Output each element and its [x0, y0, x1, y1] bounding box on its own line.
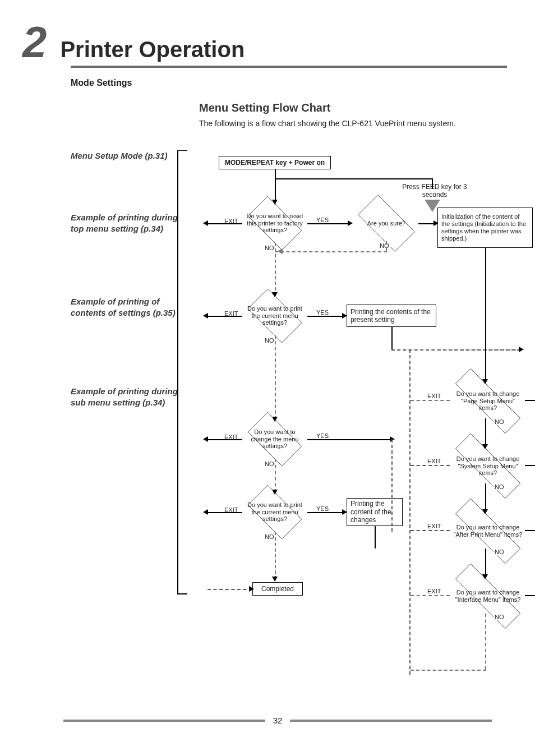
accent-line [71, 66, 507, 68]
node-init: Initialization of the content of the set… [437, 208, 533, 248]
decision-s2-text: Do you want to change "System Setup Menu… [453, 455, 523, 477]
decision-print-again: Do you want to print the current menu se… [241, 492, 308, 532]
decision-sure-text: Are you sure? [367, 220, 405, 227]
footer-line [290, 720, 492, 722]
label-no-s2: NO [494, 483, 505, 490]
decision-page-setup: Do you want to change "Page Setup Menu" … [449, 381, 527, 421]
node-print-changes: Printing the content of the changes [347, 498, 403, 526]
label-yes-4: YES [315, 505, 330, 512]
decision-print2-text: Do you want to print the current menu se… [246, 501, 304, 523]
section-title: Menu Setting Flow Chart [199, 102, 507, 114]
label-exit-s4: EXIT [426, 588, 442, 594]
chapter-number: 2 [22, 22, 47, 62]
label-exit-s1: EXIT [426, 393, 442, 399]
page-footer: 32 [0, 716, 535, 725]
side-note-sub-menu: Example of printing during sub menu sett… [71, 386, 180, 408]
label-no-5: NO [264, 533, 275, 540]
label-yes: YES [315, 216, 330, 223]
label-exit-s3: EXIT [426, 523, 442, 529]
decision-s4-text: Do you want to change "Interface Menu" i… [453, 589, 523, 603]
node-print-contents: Printing the contents of the present set… [347, 305, 436, 327]
node-completed: Completed [252, 582, 303, 596]
decision-sure: Are you sure? [350, 204, 423, 243]
decision-s3-text: Do you want to change "After Print Menu"… [453, 524, 523, 538]
flowchart: MODE/REPEAT key + Power on Press FEED ke… [191, 139, 535, 689]
decision-print-text: Do you want to print the current menu se… [246, 305, 304, 326]
decision-reset-text: Do you want to reset this printer to fac… [246, 213, 304, 234]
label-no-3: NO [264, 337, 275, 344]
decision-s1-text: Do you want to change "Page Setup Menu" … [453, 390, 523, 412]
label-no: NO [264, 245, 275, 251]
footer-line [63, 720, 265, 722]
bracket-line [177, 150, 178, 593]
subtitle: Mode Settings [71, 78, 507, 88]
label-no-4: NO [264, 460, 275, 467]
decision-change-text: Do you want to change the menu settings? [246, 428, 304, 450]
side-note-top-menu: Example of printing during top menu sett… [71, 212, 180, 234]
label-yes-3: YES [315, 432, 330, 439]
label-no-s4: NO [494, 614, 505, 620]
feed-note: Press FEED key for 3 seconds [398, 183, 471, 199]
side-note-menu-setup: Menu Setup Mode (p.31) [71, 150, 180, 162]
page-number: 32 [273, 716, 283, 725]
node-start: MODE/REPEAT key + Power on [219, 156, 331, 169]
decision-reset: Do you want to reset this printer to fac… [241, 204, 308, 243]
decision-after-print: Do you want to change "After Print Menu"… [449, 511, 527, 551]
label-no-2: NO [379, 242, 390, 249]
bracket-bottom [177, 593, 187, 594]
decision-print-current: Do you want to print the current menu se… [241, 296, 308, 335]
label-exit-s2: EXIT [426, 458, 442, 464]
chapter-title: Printer Operation [60, 37, 245, 62]
section-desc: The following is a flow chart showing th… [199, 119, 507, 128]
decision-system-setup: Do you want to change "System Setup Menu… [449, 446, 527, 486]
label-no-s3: NO [494, 548, 505, 555]
bracket [177, 150, 187, 160]
label-yes-2: YES [315, 309, 330, 316]
label-no-s1: NO [494, 418, 505, 425]
side-note-contents: Example of printing of contents of setti… [71, 296, 180, 318]
decision-change-menu: Do you want to change the menu settings? [241, 420, 308, 459]
decision-interface: Do you want to change "Interface Menu" i… [449, 577, 527, 616]
